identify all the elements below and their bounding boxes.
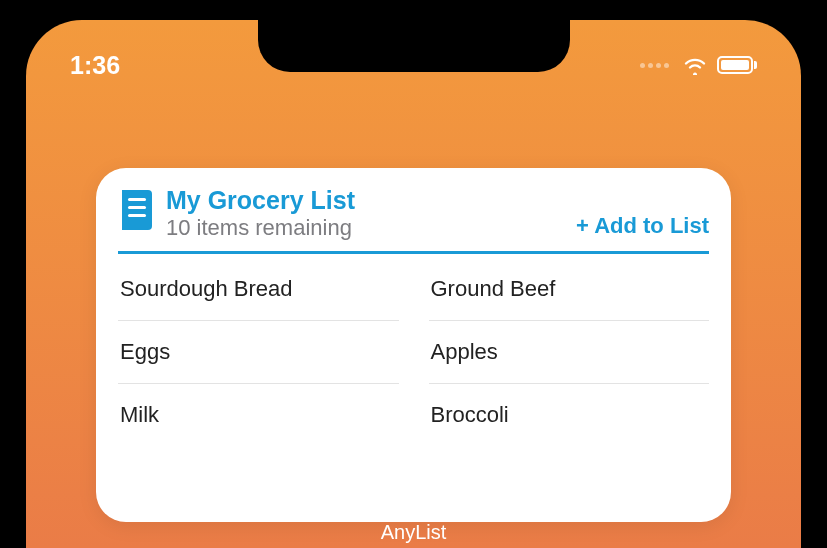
add-to-list-button[interactable]: + Add to List bbox=[576, 213, 709, 239]
svg-rect-0 bbox=[128, 198, 146, 201]
svg-rect-1 bbox=[128, 206, 146, 209]
list-item[interactable]: Milk bbox=[118, 384, 399, 446]
status-indicators bbox=[640, 55, 757, 75]
wifi-icon bbox=[682, 55, 708, 75]
list-item[interactable]: Ground Beef bbox=[429, 258, 710, 321]
list-item[interactable]: Sourdough Bread bbox=[118, 258, 399, 321]
widget-title: My Grocery List bbox=[166, 186, 564, 215]
list-item[interactable]: Broccoli bbox=[429, 384, 710, 446]
widget-header-text: My Grocery List 10 items remaining bbox=[166, 186, 564, 241]
phone-notch bbox=[258, 20, 570, 72]
list-icon bbox=[118, 188, 154, 236]
list-item[interactable]: Eggs bbox=[118, 321, 399, 384]
app-name-label: AnyList bbox=[381, 521, 447, 544]
signal-dots-icon bbox=[640, 63, 669, 68]
battery-icon bbox=[717, 56, 757, 74]
status-time: 1:36 bbox=[70, 51, 120, 80]
phone-screen: 1:36 bbox=[26, 20, 801, 548]
list-item[interactable]: Apples bbox=[429, 321, 710, 384]
items-grid: Sourdough Bread Ground Beef Eggs Apples … bbox=[118, 258, 709, 446]
widget-header: My Grocery List 10 items remaining + Add… bbox=[118, 186, 709, 254]
grocery-widget[interactable]: My Grocery List 10 items remaining + Add… bbox=[96, 168, 731, 522]
svg-rect-2 bbox=[128, 214, 146, 217]
widget-subtitle: 10 items remaining bbox=[166, 215, 564, 241]
